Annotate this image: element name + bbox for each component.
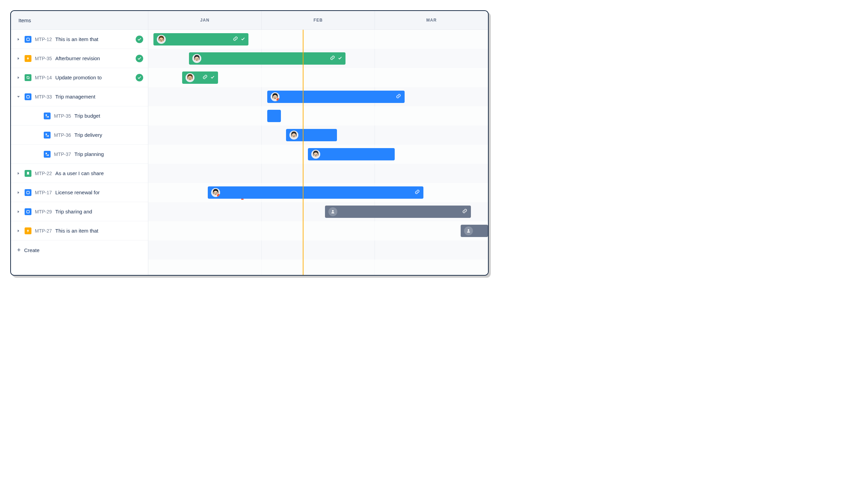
status-done-icon	[136, 74, 143, 82]
svg-point-13	[162, 39, 162, 40]
gantt-bar-row-8[interactable]	[208, 186, 424, 199]
issue-title: Trip management	[55, 94, 148, 99]
months-header: JAN FEB MAR	[148, 11, 488, 29]
issue-type-icon	[25, 208, 32, 215]
timeline-area[interactable]	[148, 30, 488, 275]
item-row-mtp-37[interactable]: MTP-37Trip planning	[11, 145, 148, 164]
expander-icon[interactable]	[16, 56, 21, 61]
gantt-bar-row-9[interactable]	[325, 206, 471, 218]
issue-key: MTP-37	[54, 151, 71, 157]
item-row-mtp-29[interactable]: MTP-29Trip sharing and	[11, 202, 148, 221]
item-row-mtp-12[interactable]: MTP-12This is an item that	[11, 30, 148, 49]
svg-point-33	[316, 154, 317, 155]
issue-key: MTP-14	[35, 75, 52, 81]
assignee-avatar	[192, 54, 201, 63]
issue-type-icon	[25, 55, 32, 62]
timeline-board: Items JAN FEB MAR MTP-12This is an item …	[10, 10, 489, 276]
gantt-bar-row-2[interactable]	[182, 72, 218, 84]
svg-point-20	[189, 78, 190, 78]
svg-rect-9	[27, 210, 29, 213]
issue-type-icon	[25, 189, 32, 196]
item-row-mtp-22[interactable]: MTP-22As a user I can share	[11, 164, 148, 183]
month-mar: MAR	[375, 11, 488, 29]
gantt-bar-row-3[interactable]	[267, 90, 405, 103]
svg-rect-5	[48, 135, 49, 136]
gantt-bar-row-6[interactable]	[308, 148, 394, 160]
status-done-icon	[136, 36, 143, 43]
svg-point-11	[159, 38, 163, 42]
gantt-bar-row-1[interactable]	[189, 52, 345, 65]
gantt-bar-row-10[interactable]	[461, 225, 488, 237]
svg-point-15	[195, 57, 199, 61]
header-row: Items JAN FEB MAR	[11, 11, 488, 30]
issue-key: MTP-33	[35, 94, 52, 99]
assignee-avatar	[289, 131, 298, 139]
issue-key: MTP-27	[35, 228, 52, 234]
create-label: Create	[24, 247, 40, 253]
link-icon	[202, 74, 208, 81]
issue-type-icon	[25, 228, 32, 234]
check-icon	[211, 75, 215, 81]
timeline-body: MTP-12This is an item thatMTP-35Afterbur…	[11, 30, 488, 275]
issue-key: MTP-22	[35, 171, 52, 176]
item-row-mtp-35[interactable]: MTP-35Trip budget	[11, 106, 148, 125]
month-jan: JAN	[148, 11, 262, 29]
issue-title: This is an item that	[55, 228, 148, 234]
svg-point-29	[294, 135, 295, 136]
item-row-mtp-27[interactable]: MTP-27This is an item that	[11, 221, 148, 241]
expander-icon[interactable]	[16, 171, 21, 176]
svg-rect-3	[48, 116, 49, 117]
issue-title: Trip planning	[75, 151, 148, 157]
svg-point-35	[213, 191, 218, 195]
link-icon	[330, 55, 335, 62]
plus-icon: +	[17, 247, 21, 254]
svg-rect-2	[46, 114, 47, 115]
gantt-bar-row-4[interactable]	[267, 110, 281, 122]
items-list: MTP-12This is an item thatMTP-35Afterbur…	[11, 30, 148, 275]
issue-key: MTP-29	[35, 209, 52, 215]
expander-icon[interactable]	[16, 94, 21, 99]
issue-title: Update promotion to	[55, 75, 132, 81]
link-icon	[415, 189, 420, 196]
link-icon	[233, 36, 238, 43]
item-row-mtp-33[interactable]: MTP-33Trip management	[11, 87, 148, 106]
issue-title: License renewal for	[55, 190, 148, 195]
link-icon	[462, 208, 467, 215]
svg-point-21	[191, 78, 191, 78]
svg-point-23	[273, 95, 277, 99]
assignee-avatar	[311, 150, 320, 159]
issue-title: Trip budget	[75, 113, 148, 119]
issue-title: Trip sharing and	[55, 209, 148, 215]
check-icon	[338, 56, 342, 62]
link-icon	[396, 93, 401, 100]
assignee-avatar	[211, 188, 220, 197]
svg-rect-4	[46, 133, 47, 135]
item-row-mtp-35[interactable]: MTP-35Afterburner revision	[11, 49, 148, 68]
expander-icon[interactable]	[16, 209, 21, 215]
item-row-mtp-17[interactable]: MTP-17License renewal for	[11, 183, 148, 202]
expander-icon[interactable]	[16, 190, 21, 195]
expander-icon[interactable]	[16, 228, 21, 234]
issue-type-icon	[25, 93, 32, 100]
svg-point-28	[292, 135, 293, 136]
issue-key: MTP-35	[35, 56, 52, 61]
svg-rect-0	[27, 38, 29, 41]
expander-icon[interactable]	[16, 37, 21, 42]
svg-point-27	[291, 133, 296, 138]
issue-type-icon	[25, 74, 32, 81]
issue-type-icon	[44, 151, 51, 158]
gantt-bar-row-0[interactable]	[153, 33, 249, 46]
create-item-button[interactable]: +Create	[11, 241, 148, 259]
items-column-header: Items	[11, 11, 148, 29]
expander-icon[interactable]	[16, 75, 21, 81]
issue-title: Trip delivery	[75, 132, 148, 138]
issue-key: MTP-17	[35, 190, 52, 195]
svg-point-31	[314, 153, 318, 157]
month-feb: FEB	[262, 11, 375, 29]
gantt-bar-row-5[interactable]	[286, 129, 337, 141]
svg-rect-1	[27, 95, 29, 98]
item-row-mtp-14[interactable]: MTP-14Update promotion to	[11, 68, 148, 87]
item-row-mtp-36[interactable]: MTP-36Trip delivery	[11, 125, 148, 145]
status-done-icon	[136, 55, 143, 62]
issue-title: This is an item that	[55, 36, 132, 42]
